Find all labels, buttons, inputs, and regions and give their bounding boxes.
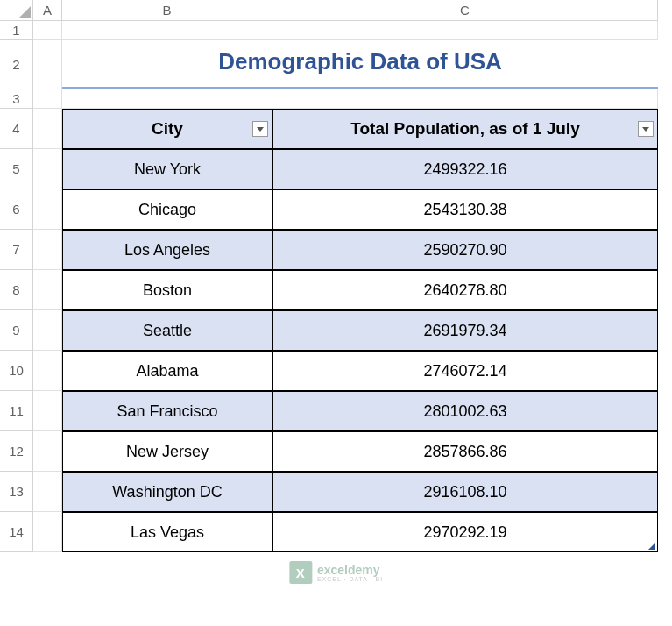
row-header-7[interactable]: 7 — [0, 230, 33, 270]
cell-b1[interactable] — [62, 21, 272, 40]
cell-a7[interactable] — [33, 230, 62, 270]
table-cell-population[interactable]: 2640278.80 — [272, 270, 658, 310]
col-header-c[interactable]: C — [272, 0, 658, 21]
table-header-city[interactable]: City — [62, 109, 272, 149]
watermark-title: exceldemy — [317, 564, 383, 576]
excel-icon: X — [289, 561, 312, 584]
header-population-label: Total Population, as of 1 July — [350, 119, 579, 139]
row-header-4[interactable]: 4 — [0, 109, 33, 149]
table-cell-population[interactable]: 2801002.63 — [272, 391, 658, 431]
cell-a1[interactable] — [33, 21, 62, 40]
page-title[interactable]: Demographic Data of USA — [62, 40, 658, 89]
cell-a8[interactable] — [33, 270, 62, 310]
table-cell-population[interactable]: 2746072.14 — [272, 351, 658, 391]
row-header-5[interactable]: 5 — [0, 149, 33, 189]
table-cell-city[interactable]: New Jersey — [62, 431, 272, 472]
table-cell-population[interactable]: 2857866.86 — [272, 431, 658, 472]
table-cell-city[interactable]: Washington DC — [62, 472, 272, 512]
cell-b3[interactable] — [62, 89, 272, 109]
cell-a5[interactable] — [33, 149, 62, 189]
table-cell-population[interactable]: 2691979.34 — [272, 310, 658, 351]
cell-c3[interactable] — [272, 89, 658, 109]
cell-a9[interactable] — [33, 310, 62, 351]
row-header-14[interactable]: 14 — [0, 512, 33, 552]
table-cell-population[interactable]: 2543130.38 — [272, 189, 658, 230]
cell-a14[interactable] — [33, 512, 62, 552]
table-cell-city[interactable]: Chicago — [62, 189, 272, 230]
cell-a4[interactable] — [33, 109, 62, 149]
watermark: X exceldemy EXCEL · DATA · BI — [289, 561, 383, 584]
header-city-label: City — [152, 119, 183, 139]
filter-city-button[interactable] — [252, 121, 268, 137]
table-cell-population[interactable]: 2916108.10 — [272, 472, 658, 512]
row-header-6[interactable]: 6 — [0, 189, 33, 230]
row-header-10[interactable]: 10 — [0, 351, 33, 391]
table-resize-handle[interactable] — [648, 543, 655, 550]
table-cell-city[interactable]: San Francisco — [62, 391, 272, 431]
col-header-b[interactable]: B — [62, 0, 272, 21]
row-header-1[interactable]: 1 — [0, 21, 33, 40]
filter-population-button[interactable] — [638, 121, 654, 137]
row-header-2[interactable]: 2 — [0, 40, 33, 89]
table-header-population[interactable]: Total Population, as of 1 July — [272, 109, 658, 149]
row-header-9[interactable]: 9 — [0, 310, 33, 351]
table-cell-city[interactable]: Boston — [62, 270, 272, 310]
table-cell-city[interactable]: Los Angeles — [62, 230, 272, 270]
cell-a11[interactable] — [33, 391, 62, 431]
table-cell-population[interactable]: 2590270.90 — [272, 230, 658, 270]
table-cell-city[interactable]: Las Vegas — [62, 512, 272, 552]
cell-c1[interactable] — [272, 21, 658, 40]
spreadsheet-grid: A B C 1 2 Demographic Data of USA 3 4 Ci… — [0, 0, 672, 552]
row-header-11[interactable]: 11 — [0, 391, 33, 431]
row-header-13[interactable]: 13 — [0, 472, 33, 512]
table-cell-city[interactable]: Seattle — [62, 310, 272, 351]
row-header-3[interactable]: 3 — [0, 89, 33, 109]
cell-a12[interactable] — [33, 431, 62, 472]
cell-a6[interactable] — [33, 189, 62, 230]
row-header-8[interactable]: 8 — [0, 270, 33, 310]
table-cell-population[interactable]: 2499322.16 — [272, 149, 658, 189]
table-cell-population[interactable]: 2970292.19 — [272, 512, 658, 552]
col-header-a[interactable]: A — [33, 0, 62, 21]
cell-a2[interactable] — [33, 40, 62, 89]
select-all-corner[interactable] — [0, 0, 33, 21]
cell-a3[interactable] — [33, 89, 62, 109]
row-header-12[interactable]: 12 — [0, 431, 33, 472]
table-cell-city[interactable]: New York — [62, 149, 272, 189]
cell-a13[interactable] — [33, 472, 62, 512]
watermark-subtitle: EXCEL · DATA · BI — [317, 576, 383, 582]
cell-a10[interactable] — [33, 351, 62, 391]
table-cell-city[interactable]: Alabama — [62, 351, 272, 391]
